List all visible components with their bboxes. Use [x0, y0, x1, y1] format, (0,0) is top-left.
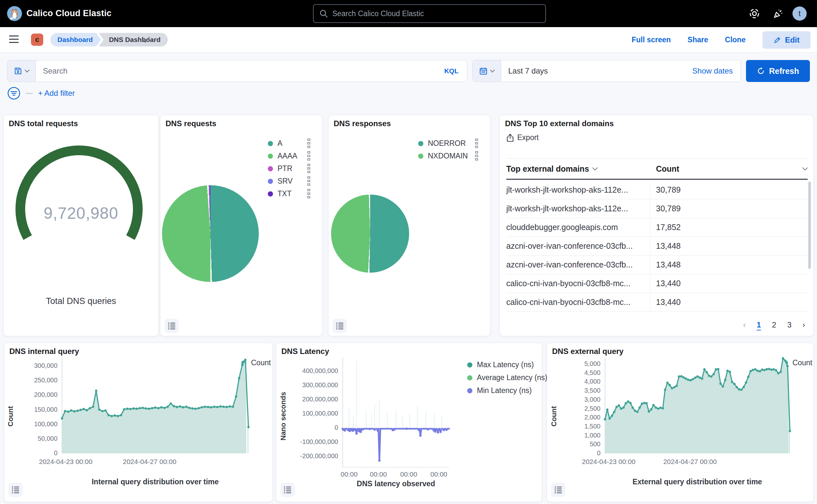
add-filter-button[interactable]: + Add filter: [38, 89, 75, 98]
table-pagination: ‹123›: [743, 320, 805, 329]
breadcrumb-dns-dashboard[interactable]: DNS Dashboard: [99, 33, 168, 46]
export-button[interactable]: Export: [506, 133, 539, 142]
filter-icon[interactable]: [7, 86, 21, 100]
panel-title: DNS Top 10 external domains: [505, 119, 614, 128]
legend-actions-kebab-icon[interactable]: [307, 176, 310, 185]
pagination-next-icon[interactable]: ›: [802, 320, 805, 329]
legend-item-max-latency-ns-[interactable]: Max Latency (ns): [467, 360, 534, 369]
news-party-popper-icon[interactable]: [772, 8, 783, 19]
legend-actions-kebab-icon[interactable]: [307, 151, 310, 160]
y-axis-tick-label: 150,000: [12, 406, 57, 413]
dns-responses-pie-chart[interactable]: [331, 195, 409, 273]
legend-actions-kebab-icon[interactable]: [307, 189, 310, 198]
legend-color-dot: [418, 154, 423, 159]
export-label: Export: [517, 133, 539, 142]
space-badge[interactable]: c: [31, 34, 43, 46]
edit-button[interactable]: Edit: [762, 31, 811, 49]
refresh-icon: [757, 67, 765, 75]
legend-item-aaaa[interactable]: AAAA: [268, 152, 297, 160]
panel-legend-toggle-button[interactable]: [333, 319, 347, 333]
panel-title: DNS Latency: [281, 347, 329, 356]
breadcrumb-dashboard[interactable]: Dashboard: [50, 33, 96, 46]
kql-language-button[interactable]: KQL: [444, 67, 459, 75]
count-cell: 17,852: [650, 223, 681, 232]
time-range-value[interactable]: Last 7 days: [508, 66, 692, 76]
x-axis-title: External query distribution over time: [632, 478, 762, 486]
pagination-page-3[interactable]: 3: [787, 320, 792, 329]
menu-hamburger-icon[interactable]: [9, 35, 19, 44]
legend-label: Min Latency (ns): [477, 386, 532, 395]
panel-legend-toggle-button[interactable]: [280, 483, 295, 497]
legend-item-noerror[interactable]: NOERROR: [418, 139, 466, 148]
calendar-icon: [479, 67, 488, 75]
panel-legend-toggle-button[interactable]: [8, 483, 23, 497]
filter-row: + Add filter: [7, 86, 75, 100]
y-axis-tick-label: -200,000,000: [293, 452, 338, 460]
table-scrollbar[interactable]: [808, 182, 811, 269]
domain-cell: clouddebugger.googleapis.com: [506, 218, 650, 237]
column-header-count[interactable]: Count: [650, 164, 808, 174]
legend-item-min-latency-ns-[interactable]: Min Latency (ns): [467, 386, 532, 395]
chevron-down-icon: [802, 167, 808, 171]
legend-label: TXT: [277, 189, 291, 198]
calico-cat-logo-icon: [7, 6, 22, 21]
legend-actions-kebab-icon[interactable]: [307, 138, 310, 147]
domain-cell: jlt-worksh-jlt-workshop-aks-112e...: [506, 181, 650, 199]
legend-item-nxdomain[interactable]: NXDOMAIN: [418, 152, 468, 160]
legend-label: NOERROR: [428, 139, 466, 148]
clone-button[interactable]: Clone: [725, 35, 746, 44]
y-axis-tick-label: 100,000,000: [293, 410, 338, 417]
y-axis-tick-label: 3,000: [555, 396, 600, 403]
date-quick-menu-button[interactable]: [473, 60, 501, 82]
legend-item-a[interactable]: A: [268, 139, 282, 148]
x-axis-title: Internal query distribution over time: [92, 478, 219, 486]
y-axis-tick-label: 50,000: [12, 435, 57, 442]
kql-search-bar[interactable]: Search KQL: [7, 60, 467, 82]
calico-logo[interactable]: [7, 6, 22, 21]
pagination-prev-icon[interactable]: ‹: [743, 320, 746, 329]
full-screen-button[interactable]: Full screen: [631, 35, 671, 44]
share-button[interactable]: Share: [688, 35, 708, 44]
pagination-page-1[interactable]: 1: [757, 320, 761, 329]
table-row: azcni-over-ivan-conference-03cfb...13,44…: [506, 237, 808, 256]
dns-requests-pie-chart[interactable]: [162, 185, 259, 282]
y-axis-tick-label: 100,000: [12, 420, 57, 428]
legend-item-average-latency-ns-[interactable]: Average Latency (ns): [467, 373, 547, 382]
avatar-initial: t: [799, 9, 801, 18]
legend-actions-kebab-icon[interactable]: [475, 151, 478, 160]
panel-legend-toggle-button[interactable]: [165, 319, 179, 333]
table-body: jlt-worksh-jlt-workshop-aks-112e...30,78…: [506, 181, 808, 312]
list-icon: [336, 322, 344, 330]
list-icon: [168, 322, 176, 330]
refresh-button[interactable]: Refresh: [746, 60, 810, 82]
count-cell: 13,440: [650, 279, 681, 288]
show-dates-button[interactable]: Show dates: [692, 66, 733, 76]
y-axis-tick-label: 500: [555, 440, 600, 448]
saved-query-menu-button[interactable]: [7, 60, 36, 82]
legend-color-dot: [467, 375, 472, 380]
legend-color-dot: [268, 154, 273, 159]
y-axis-tick-label: 4,500: [555, 369, 600, 377]
legend-item-srv[interactable]: SRV: [268, 177, 293, 186]
panel-legend-toggle-button[interactable]: [551, 483, 565, 497]
gauge-arc: [20, 150, 138, 237]
legend-color-dot: [467, 362, 472, 368]
y-axis-tick-label: 200,000: [12, 391, 57, 398]
help-icon[interactable]: [749, 8, 760, 19]
legend-item-txt[interactable]: TXT: [268, 189, 291, 198]
x-axis-tick-label: 00:00: [370, 470, 387, 478]
column-header-domains[interactable]: Top external domains: [506, 164, 650, 174]
legend-color-dot: [268, 191, 273, 197]
domain-cell: calico-cni-ivan-byocni-03cfb8-mc...: [506, 274, 650, 293]
user-avatar[interactable]: t: [792, 6, 807, 21]
x-axis-tick-label: 2024-04-23 00:00: [39, 458, 93, 466]
legend-actions-kebab-icon[interactable]: [307, 164, 310, 173]
legend-actions-kebab-icon[interactable]: [475, 138, 478, 147]
pagination-page-2[interactable]: 2: [772, 320, 776, 329]
chevron-down-icon: [592, 167, 598, 171]
internal_query-chart: [62, 358, 248, 453]
global-search-input[interactable]: Search Calico Cloud Elastic: [313, 4, 546, 23]
legend-item-ptr[interactable]: PTR: [268, 164, 292, 173]
table-row: azcni-over-ivan-conference-03cfb...13,44…: [506, 256, 808, 274]
date-picker[interactable]: Last 7 days Show dates: [472, 60, 741, 82]
